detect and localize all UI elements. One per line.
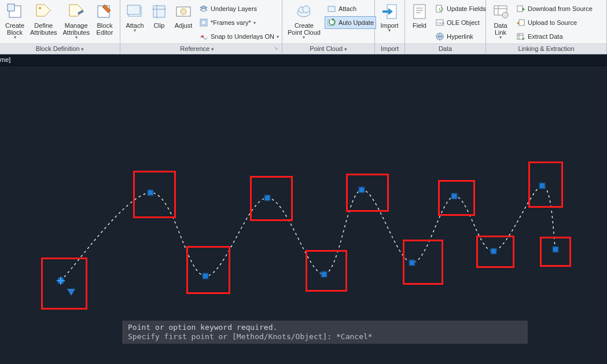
attach-icon bbox=[126, 2, 144, 21]
svg-point-3 bbox=[39, 7, 41, 9]
block-editor-button[interactable]: Block Editor bbox=[93, 1, 117, 43]
auto-update-button[interactable]: Auto Update bbox=[325, 16, 376, 29]
panel-point-cloud: Create Point Cloud ▾ Attach Auto Update … bbox=[282, 0, 375, 54]
adjust-icon bbox=[174, 2, 193, 21]
auto-update-label: Auto Update bbox=[339, 19, 374, 26]
define-attributes-label: Define Attributes bbox=[30, 22, 57, 36]
command-line[interactable]: Point or option keyword required. Specif… bbox=[123, 321, 528, 344]
svg-marker-13 bbox=[200, 8, 207, 12]
dropdown-arrow-icon: ▾ bbox=[14, 35, 16, 40]
field-button[interactable]: Field bbox=[407, 1, 432, 43]
ole-icon: OLE bbox=[435, 18, 444, 27]
spline-grip[interactable] bbox=[148, 190, 154, 196]
spline-grip[interactable] bbox=[451, 193, 458, 200]
block-editor-icon bbox=[95, 2, 114, 21]
snap-icon bbox=[199, 32, 208, 41]
underlay-layers-label: Underlay Layers bbox=[211, 5, 257, 12]
create-block-button[interactable]: Create Block ▾ bbox=[2, 1, 27, 43]
clip-label: Clip bbox=[154, 22, 165, 29]
spline-grip[interactable] bbox=[491, 248, 497, 255]
import-icon bbox=[380, 2, 399, 21]
svg-marker-33 bbox=[523, 8, 525, 11]
download-icon bbox=[516, 4, 525, 13]
dropdown-arrow-icon: ▾ bbox=[134, 28, 136, 33]
document-tab-label: me] bbox=[0, 56, 10, 63]
svg-point-19 bbox=[303, 6, 310, 13]
adjust-button[interactable]: Adjust bbox=[171, 1, 196, 43]
dropdown-arrow-icon: ▾ bbox=[75, 35, 78, 40]
panel-title-point-cloud[interactable]: Point Cloud bbox=[282, 43, 374, 54]
svg-rect-32 bbox=[517, 6, 523, 12]
document-tab[interactable]: me] bbox=[0, 54, 607, 66]
upload-icon bbox=[516, 18, 525, 27]
snap-underlays-button[interactable]: Snap to Underlays ON ▾ bbox=[197, 30, 281, 43]
data-link-label: Data Link bbox=[494, 22, 507, 36]
snap-underlays-label: Snap to Underlays ON bbox=[211, 33, 274, 40]
block-editor-label: Block Editor bbox=[97, 22, 113, 36]
extract-label: Extract Data bbox=[528, 33, 563, 40]
spline-grip[interactable] bbox=[359, 187, 365, 193]
svg-marker-4 bbox=[69, 5, 83, 16]
svg-rect-8 bbox=[127, 5, 140, 14]
panel-reference: Attach ▾ Clip Adjust Underlay Layers *Fr… bbox=[120, 0, 282, 54]
attach-small-icon bbox=[327, 4, 336, 13]
ribbon: Create Block ▾ Define Attributes Manage … bbox=[0, 0, 607, 54]
manage-attributes-label: Manage Attributes bbox=[63, 22, 90, 36]
attach-button[interactable]: Attach ▾ bbox=[123, 1, 147, 43]
svg-rect-1 bbox=[8, 4, 14, 11]
field-label: Field bbox=[413, 22, 426, 29]
command-history-line: Point or option keyword required. bbox=[128, 323, 523, 332]
svg-point-11 bbox=[181, 9, 186, 14]
svg-text:OLE: OLE bbox=[437, 21, 444, 25]
create-block-label: Create Block bbox=[5, 22, 24, 36]
frame-icon bbox=[199, 18, 208, 27]
field-icon bbox=[410, 2, 429, 21]
define-attributes-button[interactable]: Define Attributes bbox=[27, 1, 60, 43]
panel-title-reference[interactable]: Reference↘ bbox=[120, 43, 282, 54]
hyperlink-button[interactable]: Hyperlink bbox=[433, 30, 488, 43]
extract-data-button[interactable]: Extract Data bbox=[514, 30, 595, 43]
import-button[interactable]: Import ▾ bbox=[377, 1, 402, 43]
spline-grip[interactable] bbox=[264, 195, 271, 201]
manage-attributes-button[interactable]: Manage Attributes ▾ bbox=[60, 1, 93, 43]
panel-block-definition: Create Block ▾ Define Attributes Manage … bbox=[0, 0, 120, 54]
spline-grip[interactable] bbox=[553, 247, 559, 253]
data-link-icon bbox=[491, 2, 510, 21]
refresh-icon bbox=[327, 18, 336, 27]
ole-object-button[interactable]: OLE OLE Object bbox=[433, 16, 488, 29]
dropdown-arrow-icon: ▾ bbox=[499, 35, 502, 40]
underlay-layers-button[interactable]: Underlay Layers bbox=[197, 2, 281, 15]
svg-marker-35 bbox=[517, 21, 519, 25]
svg-point-31 bbox=[502, 12, 508, 18]
spline-curve bbox=[0, 66, 607, 344]
block-create-icon bbox=[6, 2, 24, 21]
frames-vary-button[interactable]: *Frames vary* ▾ bbox=[197, 16, 281, 29]
spline-grip[interactable] bbox=[203, 273, 209, 280]
create-point-cloud-button[interactable]: Create Point Cloud ▾ bbox=[285, 1, 323, 43]
panel-title-data: Data bbox=[405, 43, 485, 54]
data-link-button[interactable]: Data Link ▾ bbox=[488, 1, 513, 43]
spline-grip[interactable] bbox=[409, 260, 415, 266]
upload-to-source-button[interactable]: Upload to Source bbox=[514, 16, 595, 29]
frames-vary-label: *Frames vary* bbox=[211, 19, 251, 26]
clip-button[interactable]: Clip bbox=[147, 1, 171, 43]
panel-title-linking: Linking & Extraction bbox=[486, 43, 606, 54]
create-point-cloud-label: Create Point Cloud bbox=[288, 22, 321, 36]
clip-icon bbox=[150, 2, 168, 21]
svg-rect-36 bbox=[517, 34, 523, 39]
drawing-canvas[interactable]: Point or option keyword required. Specif… bbox=[0, 66, 607, 344]
svg-rect-25 bbox=[414, 5, 425, 19]
spline-grip[interactable] bbox=[321, 271, 328, 278]
update-fields-button[interactable]: Update Fields bbox=[433, 2, 488, 15]
download-label: Download from Source bbox=[528, 5, 593, 12]
panel-import: Import ▾ Import bbox=[375, 0, 405, 54]
update-fields-icon bbox=[435, 4, 444, 13]
download-from-source-button[interactable]: Download from Source bbox=[514, 2, 595, 15]
crosshair-cursor-icon bbox=[57, 277, 65, 285]
spline-grip[interactable] bbox=[539, 183, 546, 189]
svg-marker-2 bbox=[36, 5, 50, 16]
hyperlink-label: Hyperlink bbox=[447, 33, 473, 40]
pc-attach-button[interactable]: Attach bbox=[325, 2, 376, 15]
spline-direction-icon bbox=[67, 289, 75, 296]
panel-title-block-definition[interactable]: Block Definition bbox=[0, 43, 120, 54]
